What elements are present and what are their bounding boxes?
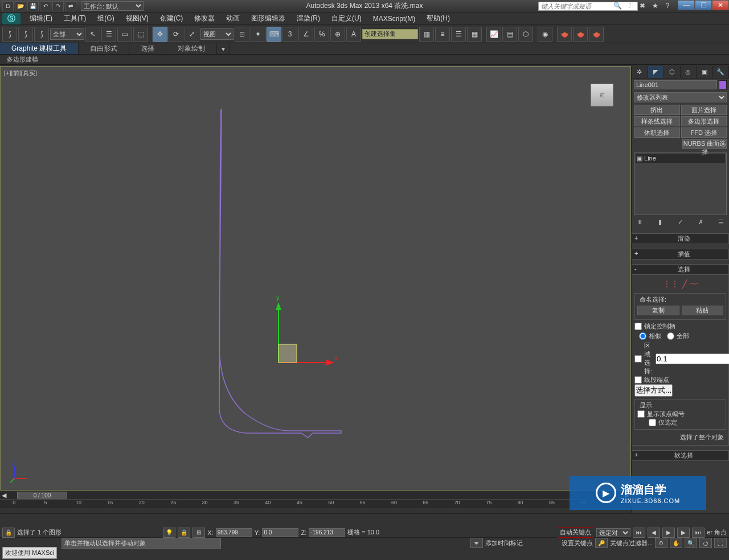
play-start-icon[interactable]: ⏮: [633, 528, 645, 538]
help-icon[interactable]: ?: [663, 2, 672, 11]
mirror-icon[interactable]: ▥: [419, 27, 434, 42]
tab-graphite[interactable]: Graphite 建模工具: [0, 43, 79, 54]
link-icon[interactable]: ⇄: [65, 1, 76, 11]
subtab-polymodeling[interactable]: 多边形建模: [0, 55, 45, 64]
snappercent-icon[interactable]: %: [314, 27, 329, 42]
nav-orbit-icon[interactable]: ⭯: [699, 538, 712, 548]
mod-volsel[interactable]: 体积选择: [634, 127, 680, 138]
menu-group[interactable]: 组(G): [92, 13, 120, 24]
tab-freeform[interactable]: 自由形式: [79, 43, 129, 54]
play-end-icon[interactable]: ⏭: [692, 528, 705, 538]
selectname-icon[interactable]: ☰: [101, 27, 116, 42]
schematic-icon[interactable]: ⬡: [518, 27, 533, 42]
nav-max-icon[interactable]: ⛶: [714, 538, 727, 548]
spline-icon[interactable]: 〰: [690, 279, 698, 289]
area-select-check[interactable]: 区域选择:: [634, 341, 652, 376]
open-icon[interactable]: 📂: [15, 1, 26, 11]
materialeditor-icon[interactable]: ◉: [538, 27, 552, 42]
workspace-dropdown[interactable]: 工作台: 默认: [81, 1, 144, 11]
onlysel-check[interactable]: 仅选定: [649, 418, 723, 427]
mod-nurbssel[interactable]: NURBS 曲面选择: [682, 139, 727, 149]
absrel-icon[interactable]: ⊞: [193, 528, 205, 538]
keyfilter-button[interactable]: 关键点过滤器...: [610, 539, 653, 547]
app-icon[interactable]: Ⓢ: [2, 13, 21, 24]
vertex-icon[interactable]: ⋮⋮: [663, 279, 679, 289]
timetag-icon[interactable]: ⏷: [470, 538, 483, 548]
menu-create[interactable]: 创建(C): [154, 13, 189, 24]
refcoord-dropdown[interactable]: 视图: [200, 28, 234, 40]
undo-icon[interactable]: ↶: [40, 1, 51, 11]
menu-views[interactable]: 视图(V): [120, 13, 154, 24]
timetag-label[interactable]: 添加时间标记: [485, 539, 523, 547]
save-icon[interactable]: 💾: [27, 1, 39, 11]
minimize-button[interactable]: —: [678, 0, 695, 10]
object-name-input[interactable]: [634, 80, 717, 89]
segment-icon[interactable]: ╱: [682, 279, 687, 289]
selkey-dropdown[interactable]: 选定对: [596, 528, 630, 537]
spinner-icon[interactable]: ⊕: [330, 27, 345, 42]
play-icon[interactable]: ▶: [662, 528, 675, 538]
segend-check[interactable]: 线段端点: [634, 376, 726, 384]
bind-icon[interactable]: ⟆: [34, 27, 49, 42]
snapangle-icon[interactable]: ∠: [298, 27, 313, 42]
snap3-icon[interactable]: 3: [282, 27, 297, 42]
setkey-button[interactable]: 设置关键点: [562, 539, 593, 547]
menu-maxscript[interactable]: MAXScript(M): [367, 14, 421, 24]
modifier-list[interactable]: 修改器列表: [632, 91, 729, 104]
lock-icon[interactable]: 🔒: [2, 528, 15, 538]
selection-filter[interactable]: 全部: [50, 28, 84, 40]
menu-tools[interactable]: 工具(T): [58, 13, 92, 24]
gizmo-plane[interactable]: [279, 344, 297, 363]
menu-rendering[interactable]: 渲染(R): [291, 13, 326, 24]
select-method-button[interactable]: 选择方式...: [634, 384, 673, 397]
maxscript-listener[interactable]: 欢迎使用 MAXSci: [2, 547, 57, 559]
nav-zoom-icon[interactable]: 🔍: [685, 538, 697, 548]
search-icon[interactable]: 🔍: [613, 2, 622, 11]
menu-edit[interactable]: 编辑(E): [24, 13, 58, 24]
unlink-icon[interactable]: ⟆: [18, 27, 33, 42]
pin-icon[interactable]: ⏸: [635, 219, 644, 228]
ribbon-expand-icon[interactable]: ▾: [217, 43, 230, 54]
manage-icon[interactable]: ▦: [467, 27, 482, 42]
x-coord-input[interactable]: [216, 528, 252, 537]
keyboard-icon[interactable]: ⌨: [267, 27, 281, 42]
tab-display-icon[interactable]: ▣: [697, 66, 713, 78]
curveeditor-icon[interactable]: 📈: [486, 27, 501, 42]
timeconfig-icon[interactable]: ⏲: [655, 538, 667, 548]
copy-button[interactable]: 复制: [637, 306, 679, 315]
radio-all[interactable]: 全部: [667, 332, 689, 340]
maximize-button[interactable]: ☐: [695, 0, 712, 10]
selectwindow-icon[interactable]: ⬚: [133, 27, 148, 42]
tab-selection[interactable]: 选择: [129, 43, 166, 54]
stack-item-line[interactable]: ▣ Line: [636, 154, 725, 163]
selectlink-icon[interactable]: ⟆: [2, 27, 17, 42]
autokey-button[interactable]: 自动关键点: [557, 527, 594, 538]
tab-create-icon[interactable]: ✲: [632, 66, 648, 78]
select-icon[interactable]: ↖: [85, 27, 100, 42]
menu-help[interactable]: 帮助(H): [421, 13, 456, 24]
lock-handles-check[interactable]: 锁定控制柄: [634, 322, 726, 331]
named-selection-input[interactable]: [362, 29, 418, 39]
tab-hierarchy-icon[interactable]: ⬡: [664, 66, 681, 78]
pivot-icon[interactable]: ⊡: [235, 27, 249, 42]
tab-utilities-icon[interactable]: 🔧: [713, 66, 730, 78]
menu-modifiers[interactable]: 修改器: [189, 13, 220, 24]
play-prev-icon[interactable]: ◀: [648, 528, 660, 538]
area-value-input[interactable]: [656, 353, 729, 364]
menu-grapheditors[interactable]: 图形编辑器: [245, 13, 291, 24]
time-ruler[interactable]: 0510 152025 303540 455055 606570 758085 …: [0, 499, 631, 508]
rendersetup-icon[interactable]: 🫖: [557, 27, 572, 42]
isolate-icon[interactable]: 💡: [163, 528, 175, 538]
subscription-icon[interactable]: ⤴: [625, 2, 634, 11]
dopesheet-icon[interactable]: ▤: [502, 27, 517, 42]
favorites-icon[interactable]: ★: [650, 2, 660, 11]
menu-customize[interactable]: 自定义(U): [326, 13, 367, 24]
exchange-icon[interactable]: ✖: [638, 2, 647, 11]
remove-icon[interactable]: ✗: [696, 219, 705, 228]
close-button[interactable]: ✕: [712, 0, 729, 10]
radio-similar[interactable]: 相似: [639, 332, 661, 340]
scale-icon[interactable]: ⤢: [185, 27, 199, 42]
mod-patchsel[interactable]: 面片选择: [681, 105, 727, 115]
workspace-selector[interactable]: 工作台: 默认: [81, 1, 144, 11]
render-icon[interactable]: 🫖: [589, 27, 604, 42]
